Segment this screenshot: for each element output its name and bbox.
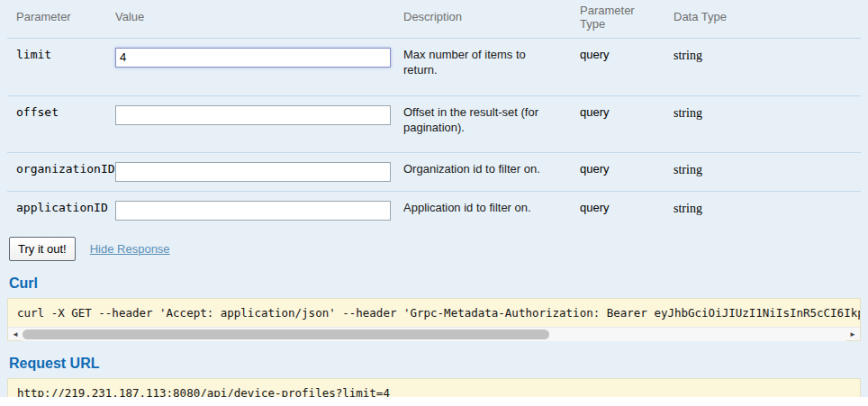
- request-url-block: http://219.231.187.113:8080/api/device-p…: [7, 378, 861, 397]
- col-header-parameter-type: Parameter Type: [571, 0, 665, 38]
- try-it-out-button[interactable]: Try it out!: [9, 237, 76, 261]
- limit-value-input[interactable]: [115, 48, 391, 68]
- table-row-organizationid: organizationID Organization id to filter…: [7, 153, 861, 192]
- parameter-type: query: [571, 95, 665, 153]
- parameter-name: limit: [7, 38, 106, 95]
- parameter-description: Max number of items to return.: [394, 38, 571, 95]
- col-header-value: Value: [106, 0, 394, 38]
- request-url-text: http://219.231.187.113:8080/api/device-p…: [8, 379, 860, 397]
- curl-heading: Curl: [9, 275, 861, 292]
- parameter-name: applicationID: [7, 192, 106, 230]
- organizationid-value-input[interactable]: [115, 162, 391, 182]
- table-row-offset: offset Offset in the result-set (for pag…: [7, 95, 861, 153]
- curl-command: curl -X GET --header 'Accept: applicatio…: [8, 299, 860, 322]
- scroll-left-icon[interactable]: ◄: [8, 328, 23, 341]
- scrollbar-track[interactable]: [23, 328, 845, 341]
- request-url-heading: Request URL: [9, 356, 861, 372]
- offset-value-input[interactable]: [115, 105, 391, 125]
- table-header-row: Parameter Value Description Parameter Ty…: [7, 0, 861, 38]
- data-type: string: [665, 153, 861, 192]
- swagger-operation-panel: Parameter Value Description Parameter Ty…: [0, 0, 868, 397]
- horizontal-scrollbar[interactable]: ◄ ►: [8, 327, 860, 340]
- parameter-description: Organization id to filter on.: [394, 153, 571, 192]
- parameter-description: Offset in the result-set (for pagination…: [394, 95, 571, 153]
- parameters-table: Parameter Value Description Parameter Ty…: [7, 0, 861, 230]
- data-type: string: [665, 192, 861, 230]
- col-header-parameter: Parameter: [7, 0, 106, 38]
- col-header-description: Description: [394, 0, 571, 38]
- parameter-type: query: [571, 38, 665, 95]
- data-type: string: [665, 38, 861, 95]
- data-type: string: [665, 95, 861, 153]
- scrollbar-thumb[interactable]: [23, 329, 549, 339]
- hide-response-link[interactable]: Hide Response: [90, 242, 170, 256]
- parameter-name: offset: [7, 95, 106, 153]
- curl-code-block: curl -X GET --header 'Accept: applicatio…: [7, 298, 861, 341]
- parameter-description: Application id to filter on.: [394, 192, 571, 230]
- table-row-limit: limit Max number of items to return. que…: [7, 38, 861, 95]
- scroll-right-icon[interactable]: ►: [845, 328, 860, 341]
- parameter-type: query: [571, 192, 665, 230]
- col-header-data-type: Data Type: [665, 0, 861, 38]
- parameter-name: organizationID: [7, 153, 106, 192]
- table-row-applicationid: applicationID Application id to filter o…: [7, 192, 861, 230]
- applicationid-value-input[interactable]: [115, 201, 391, 221]
- parameter-type: query: [571, 153, 665, 192]
- action-row: Try it out! Hide Response: [9, 237, 861, 261]
